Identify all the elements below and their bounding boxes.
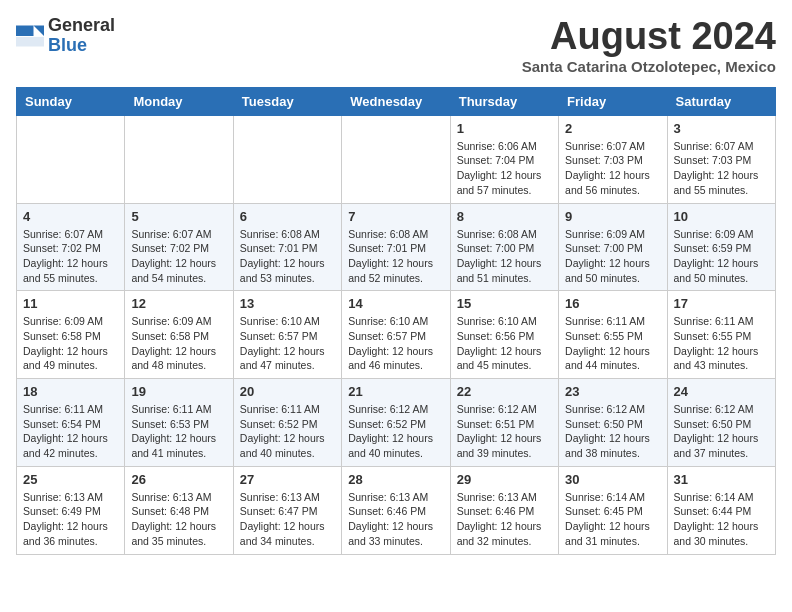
day-info: Sunrise: 6:11 AMSunset: 6:54 PMDaylight:… <box>23 402 118 461</box>
calendar-cell: 29Sunrise: 6:13 AMSunset: 6:46 PMDayligh… <box>450 466 558 554</box>
day-number: 18 <box>23 384 118 399</box>
week-row-1: 1Sunrise: 6:06 AMSunset: 7:04 PMDaylight… <box>17 115 776 203</box>
day-info: Sunrise: 6:12 AMSunset: 6:50 PMDaylight:… <box>565 402 660 461</box>
day-number: 1 <box>457 121 552 136</box>
calendar-cell: 2Sunrise: 6:07 AMSunset: 7:03 PMDaylight… <box>559 115 667 203</box>
day-number: 8 <box>457 209 552 224</box>
day-info: Sunrise: 6:12 AMSunset: 6:52 PMDaylight:… <box>348 402 443 461</box>
day-number: 20 <box>240 384 335 399</box>
day-info: Sunrise: 6:07 AMSunset: 7:03 PMDaylight:… <box>674 139 769 198</box>
day-info: Sunrise: 6:14 AMSunset: 6:45 PMDaylight:… <box>565 490 660 549</box>
day-info: Sunrise: 6:08 AMSunset: 7:01 PMDaylight:… <box>348 227 443 286</box>
calendar-cell: 19Sunrise: 6:11 AMSunset: 6:53 PMDayligh… <box>125 379 233 467</box>
calendar-cell: 5Sunrise: 6:07 AMSunset: 7:02 PMDaylight… <box>125 203 233 291</box>
calendar-cell <box>125 115 233 203</box>
weekday-header-thursday: Thursday <box>450 87 558 115</box>
calendar-cell: 30Sunrise: 6:14 AMSunset: 6:45 PMDayligh… <box>559 466 667 554</box>
logo-text: General Blue <box>48 16 115 56</box>
logo-icon <box>16 22 44 50</box>
logo-line1: General <box>48 16 115 36</box>
day-info: Sunrise: 6:07 AMSunset: 7:02 PMDaylight:… <box>23 227 118 286</box>
week-row-5: 25Sunrise: 6:13 AMSunset: 6:49 PMDayligh… <box>17 466 776 554</box>
day-number: 16 <box>565 296 660 311</box>
calendar-cell: 26Sunrise: 6:13 AMSunset: 6:48 PMDayligh… <box>125 466 233 554</box>
day-number: 24 <box>674 384 769 399</box>
day-info: Sunrise: 6:09 AMSunset: 7:00 PMDaylight:… <box>565 227 660 286</box>
calendar-cell: 23Sunrise: 6:12 AMSunset: 6:50 PMDayligh… <box>559 379 667 467</box>
day-number: 21 <box>348 384 443 399</box>
calendar-cell: 21Sunrise: 6:12 AMSunset: 6:52 PMDayligh… <box>342 379 450 467</box>
day-number: 29 <box>457 472 552 487</box>
calendar-cell: 4Sunrise: 6:07 AMSunset: 7:02 PMDaylight… <box>17 203 125 291</box>
week-row-3: 11Sunrise: 6:09 AMSunset: 6:58 PMDayligh… <box>17 291 776 379</box>
day-number: 23 <box>565 384 660 399</box>
day-number: 11 <box>23 296 118 311</box>
calendar-body: 1Sunrise: 6:06 AMSunset: 7:04 PMDaylight… <box>17 115 776 554</box>
day-info: Sunrise: 6:13 AMSunset: 6:48 PMDaylight:… <box>131 490 226 549</box>
weekday-header-friday: Friday <box>559 87 667 115</box>
calendar-cell: 18Sunrise: 6:11 AMSunset: 6:54 PMDayligh… <box>17 379 125 467</box>
day-number: 10 <box>674 209 769 224</box>
svg-marker-0 <box>34 25 45 36</box>
day-info: Sunrise: 6:09 AMSunset: 6:59 PMDaylight:… <box>674 227 769 286</box>
calendar: SundayMondayTuesdayWednesdayThursdayFrid… <box>16 87 776 555</box>
day-number: 17 <box>674 296 769 311</box>
calendar-cell <box>17 115 125 203</box>
day-number: 6 <box>240 209 335 224</box>
day-info: Sunrise: 6:08 AMSunset: 7:01 PMDaylight:… <box>240 227 335 286</box>
weekday-header-wednesday: Wednesday <box>342 87 450 115</box>
day-number: 14 <box>348 296 443 311</box>
day-info: Sunrise: 6:13 AMSunset: 6:47 PMDaylight:… <box>240 490 335 549</box>
calendar-cell: 9Sunrise: 6:09 AMSunset: 7:00 PMDaylight… <box>559 203 667 291</box>
day-info: Sunrise: 6:12 AMSunset: 6:50 PMDaylight:… <box>674 402 769 461</box>
day-number: 22 <box>457 384 552 399</box>
weekday-header-sunday: Sunday <box>17 87 125 115</box>
calendar-cell: 3Sunrise: 6:07 AMSunset: 7:03 PMDaylight… <box>667 115 775 203</box>
calendar-cell: 17Sunrise: 6:11 AMSunset: 6:55 PMDayligh… <box>667 291 775 379</box>
day-number: 3 <box>674 121 769 136</box>
day-number: 5 <box>131 209 226 224</box>
weekday-header-monday: Monday <box>125 87 233 115</box>
day-info: Sunrise: 6:11 AMSunset: 6:53 PMDaylight:… <box>131 402 226 461</box>
week-row-2: 4Sunrise: 6:07 AMSunset: 7:02 PMDaylight… <box>17 203 776 291</box>
day-number: 25 <box>23 472 118 487</box>
day-number: 19 <box>131 384 226 399</box>
day-info: Sunrise: 6:07 AMSunset: 7:03 PMDaylight:… <box>565 139 660 198</box>
day-info: Sunrise: 6:09 AMSunset: 6:58 PMDaylight:… <box>23 314 118 373</box>
month-title: August 2024 <box>522 16 776 58</box>
calendar-cell: 27Sunrise: 6:13 AMSunset: 6:47 PMDayligh… <box>233 466 341 554</box>
day-info: Sunrise: 6:11 AMSunset: 6:55 PMDaylight:… <box>674 314 769 373</box>
calendar-cell: 1Sunrise: 6:06 AMSunset: 7:04 PMDaylight… <box>450 115 558 203</box>
calendar-cell: 8Sunrise: 6:08 AMSunset: 7:00 PMDaylight… <box>450 203 558 291</box>
calendar-cell: 25Sunrise: 6:13 AMSunset: 6:49 PMDayligh… <box>17 466 125 554</box>
weekday-header-tuesday: Tuesday <box>233 87 341 115</box>
day-number: 2 <box>565 121 660 136</box>
calendar-cell: 13Sunrise: 6:10 AMSunset: 6:57 PMDayligh… <box>233 291 341 379</box>
day-info: Sunrise: 6:12 AMSunset: 6:51 PMDaylight:… <box>457 402 552 461</box>
calendar-cell <box>342 115 450 203</box>
calendar-cell: 22Sunrise: 6:12 AMSunset: 6:51 PMDayligh… <box>450 379 558 467</box>
day-info: Sunrise: 6:10 AMSunset: 6:57 PMDaylight:… <box>240 314 335 373</box>
calendar-cell: 28Sunrise: 6:13 AMSunset: 6:46 PMDayligh… <box>342 466 450 554</box>
weekday-header-row: SundayMondayTuesdayWednesdayThursdayFrid… <box>17 87 776 115</box>
calendar-cell: 14Sunrise: 6:10 AMSunset: 6:57 PMDayligh… <box>342 291 450 379</box>
day-info: Sunrise: 6:06 AMSunset: 7:04 PMDaylight:… <box>457 139 552 198</box>
day-info: Sunrise: 6:11 AMSunset: 6:52 PMDaylight:… <box>240 402 335 461</box>
day-number: 7 <box>348 209 443 224</box>
day-info: Sunrise: 6:13 AMSunset: 6:46 PMDaylight:… <box>457 490 552 549</box>
day-info: Sunrise: 6:07 AMSunset: 7:02 PMDaylight:… <box>131 227 226 286</box>
svg-rect-2 <box>16 37 44 47</box>
day-number: 26 <box>131 472 226 487</box>
calendar-cell: 24Sunrise: 6:12 AMSunset: 6:50 PMDayligh… <box>667 379 775 467</box>
day-info: Sunrise: 6:09 AMSunset: 6:58 PMDaylight:… <box>131 314 226 373</box>
weekday-header-saturday: Saturday <box>667 87 775 115</box>
calendar-cell: 12Sunrise: 6:09 AMSunset: 6:58 PMDayligh… <box>125 291 233 379</box>
page-header: General Blue August 2024 Santa Catarina … <box>16 16 776 75</box>
calendar-cell: 11Sunrise: 6:09 AMSunset: 6:58 PMDayligh… <box>17 291 125 379</box>
week-row-4: 18Sunrise: 6:11 AMSunset: 6:54 PMDayligh… <box>17 379 776 467</box>
day-info: Sunrise: 6:11 AMSunset: 6:55 PMDaylight:… <box>565 314 660 373</box>
title-area: August 2024 Santa Catarina Otzolotepec, … <box>522 16 776 75</box>
day-info: Sunrise: 6:14 AMSunset: 6:44 PMDaylight:… <box>674 490 769 549</box>
svg-rect-1 <box>16 25 34 36</box>
day-number: 4 <box>23 209 118 224</box>
